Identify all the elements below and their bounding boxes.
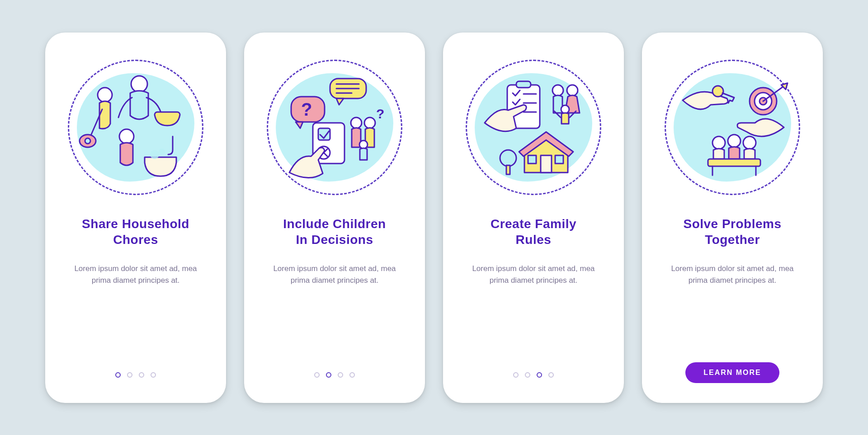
page-dot-3[interactable]	[537, 372, 542, 378]
svg-rect-23	[528, 155, 536, 164]
onboarding-screen-rules: Create Family Rules Lorem ipsum dolor si…	[443, 33, 624, 403]
svg-text:?: ?	[301, 99, 312, 119]
svg-point-6	[159, 149, 165, 155]
svg-point-4	[119, 129, 134, 144]
svg-point-5	[150, 150, 159, 159]
page-dot-1[interactable]	[314, 372, 320, 378]
page-dot-4[interactable]	[548, 372, 554, 378]
screen-title: Solve Problems Together	[683, 216, 781, 248]
page-dot-1[interactable]	[115, 372, 121, 378]
svg-point-14	[364, 117, 375, 128]
svg-point-32	[728, 135, 741, 147]
page-dot-4[interactable]	[349, 372, 355, 378]
children-decisions-illustration: ? ?	[267, 60, 402, 195]
page-indicator	[314, 372, 355, 378]
screen-description: Lorem ipsum dolor sit amet ad, mea prima…	[463, 263, 604, 287]
svg-point-25	[500, 150, 516, 166]
page-dot-2[interactable]	[326, 372, 331, 378]
solve-problems-illustration	[665, 60, 800, 195]
screen-description: Lorem ipsum dolor sit amet ad, mea prima…	[66, 263, 206, 287]
svg-text:?: ?	[376, 106, 384, 121]
svg-point-31	[712, 136, 725, 149]
svg-rect-26	[506, 165, 510, 174]
screen-title: Share Household Chores	[82, 216, 189, 248]
page-dot-1[interactable]	[513, 372, 519, 378]
svg-point-0	[98, 88, 112, 102]
svg-point-21	[561, 105, 569, 113]
onboarding-screen-chores: Share Household Chores Lorem ipsum dolor…	[45, 33, 226, 403]
chores-icon	[77, 69, 194, 186]
family-chores-illustration	[68, 60, 203, 195]
svg-point-19	[552, 85, 563, 96]
page-dot-2[interactable]	[127, 372, 132, 378]
page-dot-3[interactable]	[338, 372, 343, 378]
svg-point-27	[712, 86, 723, 97]
solve-icon	[674, 69, 791, 186]
svg-point-2	[85, 138, 90, 144]
svg-point-15	[359, 140, 368, 149]
page-dot-2[interactable]	[525, 372, 530, 378]
svg-rect-18	[516, 81, 531, 88]
screen-title: Include Children In Decisions	[283, 216, 386, 248]
svg-point-13	[351, 117, 362, 128]
page-dot-3[interactable]	[139, 372, 144, 378]
onboarding-screen-decisions: ? ? Include Children In Decisions Lor	[244, 33, 425, 403]
svg-point-20	[567, 85, 578, 96]
svg-point-33	[743, 136, 756, 149]
rules-icon	[475, 69, 592, 186]
svg-rect-22	[541, 155, 552, 173]
decisions-icon: ? ?	[276, 69, 393, 186]
page-dot-4[interactable]	[151, 372, 156, 378]
svg-rect-34	[708, 159, 760, 166]
family-rules-illustration	[466, 60, 601, 195]
svg-point-3	[131, 76, 147, 92]
svg-rect-24	[555, 155, 563, 164]
onboarding-screen-solve: Solve Problems Together Lorem ipsum dolo…	[642, 33, 823, 403]
learn-more-button[interactable]: LEARN MORE	[685, 362, 779, 383]
page-indicator	[115, 372, 156, 378]
screen-description: Lorem ipsum dolor sit amet ad, mea prima…	[662, 263, 802, 287]
screen-description: Lorem ipsum dolor sit amet ad, mea prima…	[264, 263, 405, 287]
screen-title: Create Family Rules	[491, 216, 576, 248]
page-indicator	[513, 372, 554, 378]
onboarding-stage: Share Household Chores Lorem ipsum dolor…	[27, 14, 841, 421]
